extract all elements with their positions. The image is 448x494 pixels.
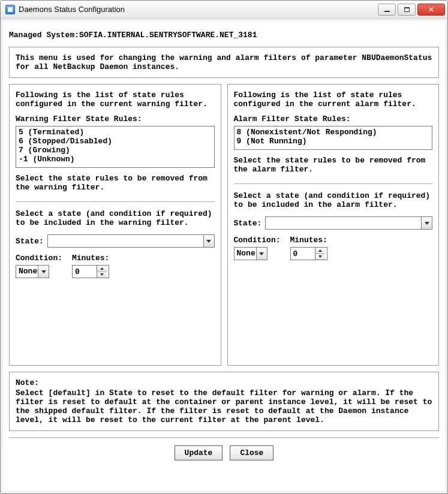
description-text: This menu is used for changing the warni… <box>16 53 432 71</box>
warning-intro: Following is the list of state rules con… <box>16 91 215 109</box>
warning-minutes-input[interactable] <box>73 266 97 278</box>
maximize-button[interactable] <box>398 4 416 16</box>
separator <box>16 201 215 202</box>
minimize-button[interactable] <box>378 4 396 16</box>
alarm-minutes-spinner[interactable] <box>290 247 327 260</box>
note-panel: Note: Select [default] in State to reset… <box>9 372 439 431</box>
alarm-rules-title: Alarm Filter State Rules: <box>234 115 433 123</box>
warning-minutes-label: Minutes: <box>72 254 109 263</box>
spinner-up-icon[interactable] <box>97 266 107 272</box>
spinner-down-icon[interactable] <box>97 272 107 278</box>
alarm-remove-text: Select the state rules to be removed fro… <box>234 156 433 174</box>
note-body: Select [default] in State to reset to th… <box>16 388 432 424</box>
description-panel: This menu is used for changing the warni… <box>9 47 439 78</box>
alarm-condition-select[interactable]: None <box>234 247 267 260</box>
chevron-down-icon <box>38 266 49 278</box>
alarm-state-select[interactable] <box>265 216 432 230</box>
warning-rules-title: Warning Filter State Rules: <box>16 115 215 123</box>
app-window: Daemons Status Configuration ✕ Managed S… <box>0 0 448 494</box>
alarm-filter-panel: Following is the list of state rules con… <box>227 84 440 366</box>
list-item[interactable]: 6 (Stopped/Disabled) <box>19 137 212 146</box>
button-row: Update Close <box>9 437 439 460</box>
warning-condition-value: None <box>19 267 37 276</box>
close-window-button[interactable]: ✕ <box>417 4 445 16</box>
titlebar: Daemons Status Configuration ✕ <box>1 1 447 19</box>
warning-filter-panel: Following is the list of state rules con… <box>9 84 221 366</box>
warning-remove-text: Select the state rules to be removed fro… <box>16 174 215 192</box>
note-title: Note: <box>16 378 432 387</box>
alarm-include-text: Select a state (and condition if require… <box>234 191 433 209</box>
chevron-down-icon <box>421 217 432 229</box>
content-area: Managed System:SOFIA.INTERNAL.SENTRYSOFT… <box>3 21 445 491</box>
separator <box>234 183 433 184</box>
window-controls: ✕ <box>378 4 445 16</box>
app-icon <box>5 5 15 14</box>
warning-state-label: State: <box>16 237 44 246</box>
list-item[interactable]: 7 (Growing) <box>19 146 212 155</box>
list-item[interactable]: 9 (Not Running) <box>237 137 430 146</box>
alarm-condition-label: Condition: <box>234 236 281 245</box>
alarm-condition-value: None <box>237 249 255 258</box>
window-title: Daemons Status Configuration <box>19 5 378 14</box>
chevron-down-icon <box>256 248 267 260</box>
spinner-up-icon[interactable] <box>315 248 325 254</box>
managed-system-label: Managed System:SOFIA.INTERNAL.SENTRYSOFT… <box>9 31 439 40</box>
warning-rules-listbox[interactable]: 5 (Terminated) 6 (Stopped/Disabled) 7 (G… <box>16 126 215 168</box>
warning-condition-label: Condition: <box>16 254 62 263</box>
alarm-intro: Following is the list of state rules con… <box>234 91 433 109</box>
warning-include-text: Select a state (and condition if require… <box>16 209 215 227</box>
spinner-down-icon[interactable] <box>315 254 325 260</box>
warning-minutes-spinner[interactable] <box>72 265 109 278</box>
list-item[interactable]: 5 (Terminated) <box>19 128 212 137</box>
warning-condition-select[interactable]: None <box>16 265 49 278</box>
list-item[interactable]: 8 (Nonexistent/Not Responding) <box>237 128 430 137</box>
alarm-rules-listbox[interactable]: 8 (Nonexistent/Not Responding) 9 (Not Ru… <box>234 126 433 150</box>
close-button[interactable]: Close <box>230 445 273 460</box>
update-button[interactable]: Update <box>175 445 223 460</box>
alarm-minutes-input[interactable] <box>291 248 315 260</box>
warning-state-select[interactable] <box>47 234 215 248</box>
alarm-minutes-label: Minutes: <box>290 236 327 245</box>
chevron-down-icon <box>203 235 214 247</box>
list-item[interactable]: -1 (Unknown) <box>19 155 212 164</box>
alarm-state-label: State: <box>234 219 262 228</box>
